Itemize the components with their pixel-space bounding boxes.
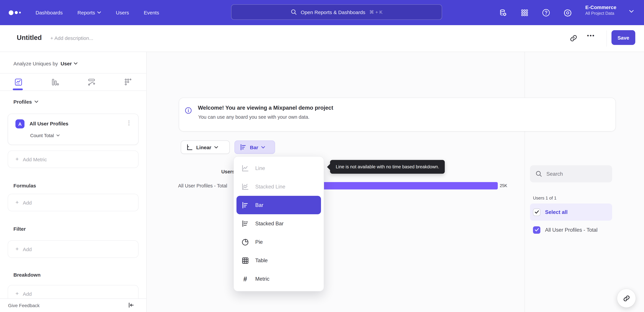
help-icon[interactable] (541, 8, 551, 18)
filter-heading: Filter (14, 226, 26, 232)
stacked-line-chart-icon (241, 182, 250, 191)
metric-badge: A (16, 119, 24, 128)
analyze-entity-dropdown[interactable]: User (60, 60, 78, 66)
search-placeholder: Search (546, 171, 563, 177)
bar-chart-icon (240, 144, 247, 151)
menu-item-line[interactable]: Line (234, 159, 324, 178)
active-tab-indicator (13, 88, 23, 90)
share-link-fab[interactable] (617, 289, 636, 308)
segment-item-row[interactable]: All User Profiles - Total (530, 221, 612, 238)
tab-retention[interactable] (110, 74, 147, 90)
linear-axis-icon (186, 144, 193, 151)
mixpanel-logo-icon[interactable] (9, 0, 21, 25)
data-management-icon[interactable] (498, 8, 508, 18)
give-feedback-link[interactable]: Give Feedback (8, 303, 40, 308)
flows-icon (87, 78, 96, 86)
line-disabled-tooltip: Line is not available with no time based… (330, 160, 445, 174)
formulas-heading: Formulas (14, 183, 36, 188)
settings-gear-icon[interactable] (562, 8, 572, 18)
nav-item-events[interactable]: Events (144, 10, 159, 16)
search-icon (291, 9, 297, 15)
insights-chart-icon (14, 78, 23, 86)
menu-item-table[interactable]: Table (234, 251, 324, 270)
bar-chart-icon (51, 78, 59, 86)
search-icon (536, 171, 542, 177)
query-builder-sidebar: Analyze Uniques by User (0, 52, 146, 312)
segment-search-input[interactable]: Search (530, 165, 612, 182)
add-metric-button[interactable]: + Add Metric (8, 150, 138, 168)
chart-type-menu: Line Stacked Line Bar Stacked Bar Pie (234, 156, 324, 292)
breakdown-heading: Breakdown (14, 272, 40, 278)
collapse-sidebar-icon[interactable] (128, 302, 135, 309)
check-icon (534, 228, 539, 232)
menu-item-bar[interactable]: Bar (236, 196, 321, 214)
nav-links: Dashboards Reports Users Events (36, 0, 159, 25)
analyze-uniques-row: Analyze Uniques by User (14, 59, 78, 68)
info-icon (185, 107, 192, 114)
search-shortcut: ⌘ + K (369, 10, 382, 15)
hash-icon: # (241, 274, 250, 283)
chevron-down-icon (261, 146, 265, 148)
add-description-field[interactable]: + Add description... (50, 35, 93, 41)
nav-item-dashboards[interactable]: Dashboards (36, 10, 63, 16)
add-formula-button[interactable]: + Add (8, 194, 138, 211)
stacked-bar-chart-icon (241, 219, 250, 228)
copy-link-icon[interactable] (570, 34, 578, 43)
project-scope: All Project Data (585, 11, 616, 16)
retention-dots-icon (124, 78, 133, 86)
project-name: E-Commerce (585, 4, 616, 11)
more-options-icon[interactable]: ••• (587, 32, 595, 39)
right-panel-divider (524, 52, 525, 312)
check-icon (534, 210, 539, 214)
menu-item-pie[interactable]: Pie (234, 233, 324, 251)
aggregation-dropdown[interactable]: Count Total (30, 133, 60, 138)
nav-item-reports[interactable]: Reports (78, 10, 101, 16)
select-all-label: Select all (545, 209, 568, 215)
line-chart-icon (241, 164, 250, 172)
analyze-prefix: Analyze Uniques by (14, 60, 58, 66)
nav-item-users[interactable]: Users (116, 10, 129, 16)
chevron-down-icon (98, 12, 101, 14)
tab-insights[interactable] (0, 74, 37, 90)
checkbox-checked[interactable] (533, 208, 540, 216)
search-placeholder: Open Reports & Dashboards (301, 9, 365, 15)
pie-chart-icon (241, 238, 250, 246)
link-icon (623, 294, 630, 302)
banner-title: Welcome! You are viewing a Mixpanel demo… (198, 104, 333, 111)
apps-grid-icon[interactable] (520, 8, 530, 18)
kebab-menu-icon[interactable]: ⋮ (126, 119, 132, 126)
checkbox-checked[interactable] (533, 226, 540, 234)
save-button[interactable]: Save (612, 30, 635, 45)
sidebar-footer: Give Feedback (0, 298, 146, 312)
project-switcher[interactable]: E-Commerce All Project Data (585, 4, 616, 16)
menu-item-stacked-line[interactable]: Stacked Line (234, 178, 324, 196)
tab-flows[interactable] (73, 74, 110, 90)
column-header-users: Users (201, 169, 235, 174)
tab-bar-chart[interactable] (37, 74, 74, 90)
menu-item-metric[interactable]: # Metric (234, 270, 324, 288)
demo-banner: Welcome! You are viewing a Mixpanel demo… (179, 98, 616, 132)
x-axis-scale-button[interactable]: Linear (181, 140, 230, 154)
segment-item-label: All User Profiles - Total (545, 227, 598, 233)
top-nav: Dashboards Reports Users Events Open Rep… (0, 0, 644, 25)
sidebar-tabs (0, 74, 146, 90)
report-title[interactable]: Untitled (17, 34, 42, 42)
table-icon (241, 256, 250, 265)
series-row-label: All User Profiles - Total (178, 183, 227, 188)
header-divider (606, 30, 607, 46)
profiles-section-heading[interactable]: Profiles (14, 99, 38, 104)
project-chevron-down-icon[interactable] (629, 10, 634, 13)
select-all-row[interactable]: Select all (530, 204, 612, 221)
segment-count-label: Users 1 of 1 (533, 196, 556, 200)
chart-type-button[interactable]: Bar (234, 140, 275, 154)
banner-subtitle: You can use any board you see with your … (198, 114, 310, 120)
chevron-down-icon (34, 100, 38, 103)
chevron-down-icon (214, 146, 218, 148)
bar-value-label: 25K (500, 184, 507, 188)
menu-item-stacked-bar[interactable]: Stacked Bar (234, 214, 324, 233)
metric-card[interactable]: A All User Profiles ⋮ Count Total (8, 114, 138, 145)
global-search-bar[interactable]: Open Reports & Dashboards ⌘ + K (231, 4, 442, 20)
add-filter-button[interactable]: + Add (8, 240, 138, 258)
chevron-down-icon (74, 62, 78, 64)
bar-chart-icon (241, 201, 250, 210)
